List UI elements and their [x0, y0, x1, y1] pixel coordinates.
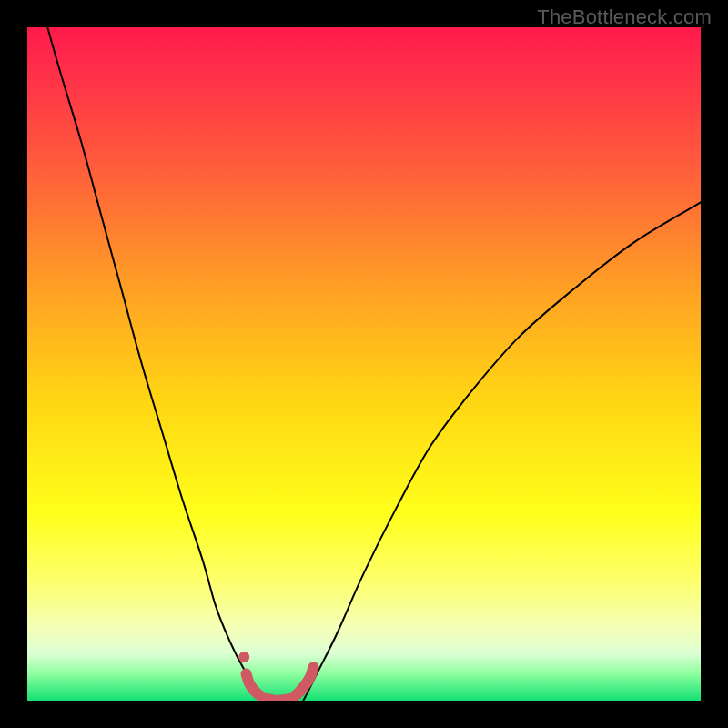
marker-group [238, 652, 249, 662]
marker-dot-left [238, 652, 249, 662]
background-gradient [27, 27, 701, 701]
plot-area [27, 27, 701, 701]
watermark-text: TheBottleneck.com [537, 5, 712, 29]
chart-svg [27, 27, 701, 701]
chart-container: TheBottleneck.com [0, 0, 728, 728]
